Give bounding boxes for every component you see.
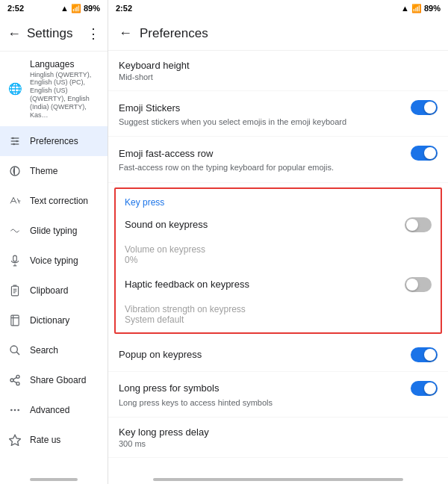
right-panel: ← Preferences Keyboard height Mid-short … xyxy=(108,16,448,484)
long-press-symbols-toggle[interactable] xyxy=(411,381,438,396)
keyboard-height-item[interactable]: Keyboard height Mid-short xyxy=(108,51,448,91)
share-gboard-label: Share Gboard xyxy=(30,375,86,387)
svg-point-22 xyxy=(16,382,19,385)
sidebar-item-rate-us[interactable]: Rate us xyxy=(0,425,108,455)
voice-typing-label: Voice typing xyxy=(30,255,78,267)
search-icon xyxy=(7,343,22,358)
svg-point-25 xyxy=(10,409,13,412)
long-press-symbols-item[interactable]: Long press for symbols Long press keys t… xyxy=(108,372,448,418)
keyboard-height-value: Mid-short xyxy=(119,72,438,81)
sidebar-item-text-correction[interactable]: Text correction xyxy=(0,186,108,216)
vibration-strength-item: Vibration strength on keypress System de… xyxy=(116,298,441,332)
volume-on-keypress-item: Volume on keypress 0% xyxy=(116,238,441,271)
popup-keypress-toggle[interactable] xyxy=(411,347,438,362)
share-icon xyxy=(7,373,22,388)
sound-on-keypress-item[interactable]: Sound on keypress xyxy=(116,211,441,238)
sound-keypress-title: Sound on keypress xyxy=(125,219,208,230)
haptic-feedback-title: Haptic feedback on keypress xyxy=(125,279,249,290)
back-button[interactable]: ← xyxy=(7,26,21,42)
right-header: ← Preferences xyxy=(108,16,448,51)
red-arrow-annotation xyxy=(106,125,108,158)
haptic-feedback-item[interactable]: Haptic feedback on keypress xyxy=(116,271,441,298)
sidebar-item-advanced[interactable]: Advanced xyxy=(0,395,108,425)
clipboard-icon xyxy=(7,283,22,298)
volume-keypress-title: Volume on keypress xyxy=(125,244,205,255)
sidebar-item-clipboard[interactable]: Clipboard xyxy=(0,276,108,305)
haptic-feedback-toggle[interactable] xyxy=(405,277,432,292)
clipboard-label: Clipboard xyxy=(30,285,68,297)
preferences-label: Preferences xyxy=(30,136,78,148)
svg-point-26 xyxy=(14,409,16,412)
sidebar-item-voice-typing[interactable]: Voice typing xyxy=(0,246,108,276)
key-long-press-delay-item[interactable]: Key long press delay 300 ms xyxy=(108,418,448,458)
emoji-fast-access-item[interactable]: Emoji fast-access row Fast-access row on… xyxy=(108,137,448,182)
languages-label: Languages xyxy=(30,59,100,71)
dictionary-label: Dictionary xyxy=(30,315,69,327)
theme-label: Theme xyxy=(30,166,57,178)
emoji-fast-access-title: Emoji fast-access row xyxy=(119,148,213,159)
svg-line-24 xyxy=(13,378,17,380)
preferences-title: Preferences xyxy=(140,26,208,41)
long-press-symbols-subtitle: Long press keys to access hinted symbols xyxy=(119,397,438,408)
text-correction-label: Text correction xyxy=(30,196,88,208)
star-icon xyxy=(7,432,22,447)
left-scroll-indicator xyxy=(30,478,78,481)
sidebar-item-preferences[interactable]: Preferences xyxy=(0,126,108,156)
globe-icon: 🌐 xyxy=(7,81,22,96)
volume-keypress-value: 0% xyxy=(125,255,205,265)
left-panel: ← Settings ⋮ 🌐 Languages Hinglish (QWERT… xyxy=(0,16,108,484)
emoji-stickers-title: Emoji Stickers xyxy=(119,102,180,114)
emoji-fast-access-toggle[interactable] xyxy=(411,146,438,161)
emoji-stickers-toggle[interactable] xyxy=(411,100,438,115)
preferences-icon xyxy=(7,134,22,149)
emoji-stickers-subtitle: Suggest stickers when you select emojis … xyxy=(119,117,388,127)
svg-point-3 xyxy=(12,137,14,140)
settings-title: Settings xyxy=(27,26,72,41)
svg-rect-8 xyxy=(13,256,17,262)
sidebar-item-share-gboard[interactable]: Share Gboard xyxy=(0,365,108,395)
text-correction-icon xyxy=(7,193,22,208)
keyboard-height-title: Keyboard height xyxy=(119,60,438,71)
sidebar-item-search[interactable]: Search xyxy=(0,335,108,365)
sidebar-item-dictionary[interactable]: Dictionary xyxy=(0,305,108,335)
more-options-button[interactable]: ⋮ xyxy=(87,25,100,42)
right-status-time: 2:52 xyxy=(116,4,132,13)
right-back-button[interactable]: ← xyxy=(119,25,132,41)
long-press-symbols-title: Long press for symbols xyxy=(119,382,219,394)
popup-on-keypress-item[interactable]: Popup on keypress xyxy=(108,338,448,372)
svg-rect-15 xyxy=(11,316,19,326)
svg-point-5 xyxy=(13,143,15,146)
vibration-strength-value: System default xyxy=(125,314,432,325)
popup-keypress-title: Popup on keypress xyxy=(119,349,202,360)
theme-icon xyxy=(7,164,22,179)
glide-typing-icon xyxy=(7,223,22,238)
advanced-label: Advanced xyxy=(30,405,69,417)
svg-line-19 xyxy=(16,352,19,355)
left-status-time: 2:52 xyxy=(7,4,24,13)
left-header: ← Settings ⋮ xyxy=(0,16,108,52)
svg-line-23 xyxy=(13,381,17,383)
microphone-icon xyxy=(7,253,22,268)
emoji-stickers-item[interactable]: Emoji Stickers Suggest stickers when you… xyxy=(108,91,448,137)
svg-point-21 xyxy=(10,379,13,382)
sidebar-item-theme[interactable]: Theme xyxy=(0,156,108,186)
emoji-fast-access-subtitle: Fast-access row on the typing keyboard f… xyxy=(119,162,388,173)
sound-keypress-toggle[interactable] xyxy=(405,217,432,232)
preferences-content: Keyboard height Mid-short Emoji Stickers… xyxy=(108,51,448,475)
settings-menu: 🌐 Languages Hinglish (QWERTY), English (… xyxy=(0,52,108,475)
languages-sublabel: Hinglish (QWERTY), English (US) (PC), En… xyxy=(30,71,100,120)
key-press-section: Key press Sound on keypress Vol xyxy=(114,187,442,334)
search-label: Search xyxy=(30,345,58,357)
left-status-icons: ▲ 📶 89% xyxy=(60,4,100,13)
svg-point-4 xyxy=(16,140,18,143)
sidebar-item-languages[interactable]: 🌐 Languages Hinglish (QWERTY), English (… xyxy=(0,52,108,126)
key-press-header-label: Key press xyxy=(125,197,164,208)
glide-typing-label: Glide typing xyxy=(30,226,77,238)
svg-marker-28 xyxy=(10,435,21,446)
rate-us-label: Rate us xyxy=(30,435,60,447)
key-long-press-delay-title: Key long press delay xyxy=(119,426,438,438)
right-scroll-indicator xyxy=(153,478,403,481)
vibration-strength-title: Vibration strength on keypress xyxy=(125,304,432,314)
sidebar-item-glide-typing[interactable]: Glide typing xyxy=(0,216,108,246)
right-status-icons: ▲ 📶 89% xyxy=(401,4,441,13)
